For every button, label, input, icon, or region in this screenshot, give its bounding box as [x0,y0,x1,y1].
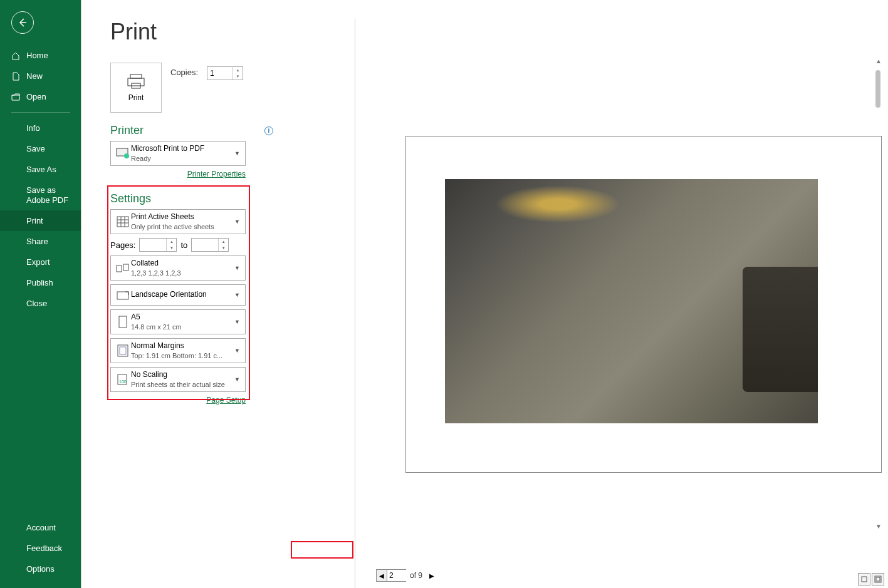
scaling-icon: 100 [115,373,131,386]
scroll-up-icon[interactable]: ▲ [875,58,882,64]
margins-dropdown[interactable]: Normal Margins Top: 1.91 cm Bottom: 1.91… [110,338,246,363]
prev-page-button[interactable]: ◀ [376,569,387,582]
sheets-icon [115,216,131,227]
sidebar-item-save-adobe[interactable]: Save as Adobe PDF [0,180,81,210]
printer-icon [127,73,145,90]
sidebar-divider [11,112,70,113]
collate-sub: 1,2,3 1,2,3 1,2,3 [131,269,233,277]
svg-rect-20 [120,347,126,354]
margins-sub: Top: 1.91 cm Bottom: 1.91 c... [131,351,233,360]
svg-rect-25 [876,577,880,581]
margins-title: Normal Margins [131,341,233,351]
print-backstage-main: Print Print Copies: ▲▼ Printer i Microso… [83,0,888,588]
sidebar-item-publish[interactable]: Publish [0,272,81,293]
printer-status: Ready [131,154,233,163]
printer-info-icon[interactable]: i [264,126,273,135]
print-what-title: Print Active Sheets [131,212,233,222]
chevron-down-icon: ▼ [233,319,241,325]
printer-properties-link[interactable]: Printer Properties [110,170,246,178]
paper-size-dropdown[interactable]: A5 14.8 cm x 21 cm ▼ [110,309,246,334]
vertical-divider [355,19,355,588]
scroll-down-icon[interactable]: ▼ [875,523,882,530]
folder-open-icon [11,93,20,101]
print-button[interactable]: Print [110,63,162,113]
chevron-down-icon: ▼ [233,265,241,271]
orientation-title: Landscape Orientation [131,290,233,300]
landscape-icon [115,290,131,300]
home-icon [11,51,20,60]
print-controls-column: Print Copies: ▲▼ Printer i Microsoft Pri… [110,63,273,405]
printer-section-header: Printer [110,124,144,137]
pages-to-input[interactable]: ▲▼ [191,238,229,252]
pages-to-label: to [180,240,187,250]
printer-dropdown[interactable]: Microsoft Print to PDF Ready ▼ [110,141,246,166]
scaling-title: No Scaling [131,370,233,380]
show-margins-button[interactable] [872,573,884,585]
sidebar-item-export[interactable]: Export [0,252,81,272]
svg-point-9 [124,153,129,158]
sidebar-item-account[interactable]: Account [0,517,81,538]
chevron-down-icon: ▼ [233,219,241,225]
sidebar-item-open[interactable]: Open [0,86,81,107]
back-button[interactable] [11,11,34,34]
page-count-label: of 9 [410,571,422,580]
copies-down[interactable]: ▼ [233,73,243,80]
sidebar-item-close[interactable]: Close [0,293,81,314]
paper-title: A5 [131,312,233,322]
svg-rect-17 [117,292,128,299]
highlight-pager-box [291,541,353,559]
sidebar-item-print[interactable]: Print [0,210,81,231]
sidebar-item-feedback[interactable]: Feedback [0,538,81,559]
sidebar-label: Home [26,51,48,60]
zoom-to-page-button[interactable] [858,573,870,585]
sidebar-item-info[interactable]: Info [0,118,81,138]
chevron-down-icon: ▼ [233,376,241,383]
svg-rect-23 [862,577,867,582]
scaling-dropdown[interactable]: 100 No Scaling Print sheets at their act… [110,367,246,392]
pages-from-input[interactable]: ▲▼ [139,238,177,252]
printer-device-icon [115,147,131,160]
current-page-input[interactable] [387,569,406,582]
new-doc-icon [11,72,20,81]
collate-dropdown[interactable]: Collated 1,2,3 1,2,3 1,2,3 ▼ [110,255,246,281]
collate-icon [115,264,131,272]
sidebar-item-save[interactable]: Save [0,138,81,159]
paper-sub: 14.8 cm x 21 cm [131,322,233,331]
copies-label: Copies: [170,68,198,77]
sidebar-item-new[interactable]: New [0,66,81,86]
chevron-down-icon: ▼ [233,150,241,157]
pages-label: Pages: [110,240,135,250]
sidebar-item-home[interactable]: Home [0,45,81,66]
preview-bottom-bar: ◀ of 9 ▶ [358,563,888,588]
print-preview-area: ▲ ▼ [358,20,882,560]
copies-input[interactable]: ▲▼ [207,66,243,80]
page-setup-link[interactable]: Page Setup [110,396,246,405]
printer-name: Microsoft Print to PDF [131,144,233,154]
print-what-dropdown[interactable]: Print Active Sheets Only print the activ… [110,209,246,234]
sidebar-item-options[interactable]: Options [0,559,81,579]
chevron-down-icon: ▼ [233,348,241,354]
svg-rect-6 [128,78,144,86]
print-what-sub: Only print the active sheets [131,222,233,231]
margins-icon [115,344,131,357]
svg-rect-18 [119,316,127,328]
scaling-sub: Print sheets at their actual size [131,380,233,389]
sidebar-item-saveas[interactable]: Save As [0,159,81,180]
orientation-dropdown[interactable]: Landscape Orientation ▼ [110,284,246,306]
page-icon [115,316,131,328]
page-preview [405,136,882,473]
print-button-label: Print [128,93,144,102]
preview-image-content [445,179,818,423]
svg-rect-16 [123,264,128,271]
next-page-button[interactable]: ▶ [426,569,437,582]
sidebar-item-share[interactable]: Share [0,231,81,252]
backstage-sidebar: Home New Open Info Save Save As Save as … [0,0,81,588]
svg-text:100: 100 [119,379,127,384]
svg-rect-15 [117,266,122,272]
copies-up[interactable]: ▲ [233,67,243,73]
svg-rect-5 [130,75,142,78]
settings-section-header: Settings [110,192,151,205]
chevron-down-icon: ▼ [233,292,241,298]
copies-field[interactable] [207,67,232,80]
preview-scrollbar[interactable] [875,70,880,108]
